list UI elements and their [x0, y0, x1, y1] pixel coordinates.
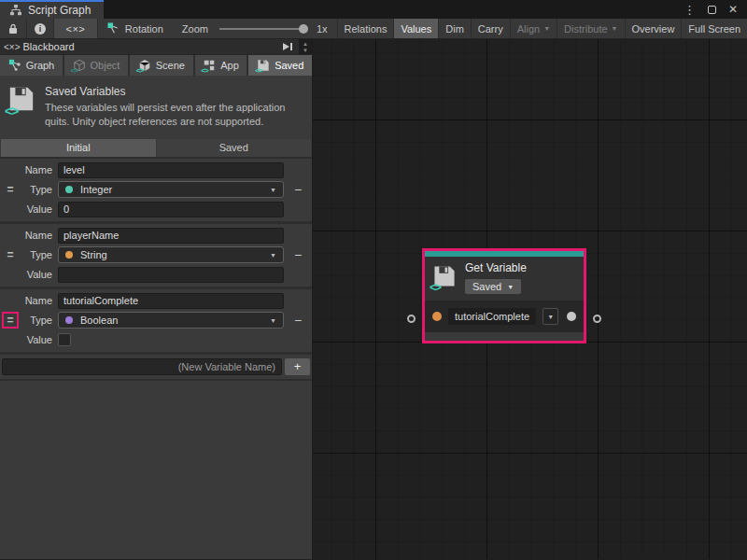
graph-icon	[8, 59, 21, 72]
chevron-down-icon: ▼	[270, 252, 276, 259]
graph-hierarchy-icon	[9, 4, 22, 17]
node-header[interactable]: <> Get Variable Saved ▼	[425, 257, 584, 301]
carry-button[interactable]: Carry	[471, 19, 510, 38]
value-output-port[interactable]	[567, 312, 576, 321]
graph-toolbar: i <×> Rotation Zoom 1x Relations Values …	[0, 19, 747, 39]
zoom-value: 1x	[317, 23, 328, 35]
chevron-down-icon: ▼	[547, 314, 554, 320]
type-color-dot	[65, 251, 73, 259]
rotation-label: Rotation	[125, 23, 163, 35]
tab-scene[interactable]: <> Scene	[130, 55, 193, 76]
close-icon[interactable]: ✕	[728, 4, 738, 15]
variable-input-port[interactable]	[432, 312, 442, 321]
remove-variable-button[interactable]: −	[284, 182, 312, 197]
variable-row-playername: Name = Type String ▼ − Value	[0, 224, 312, 289]
info-title: Saved Variables	[45, 85, 303, 98]
variable-type-dropdown[interactable]: String ▼	[58, 246, 284, 263]
chevron-down-icon: ▼	[270, 317, 276, 324]
remove-variable-button[interactable]: −	[284, 247, 312, 262]
window-tab-bar: Script Graph ⋮ ✕	[0, 0, 747, 19]
tab-app[interactable]: <> App	[195, 55, 247, 76]
fullscreen-button[interactable]: Full Screen	[681, 19, 747, 38]
drag-handle-icon[interactable]: =	[7, 314, 13, 327]
node-footer	[425, 332, 584, 341]
lock-button[interactable]	[0, 19, 27, 38]
variable-row-level: Name = Type Integer ▼ − Value	[0, 159, 312, 224]
new-variable-input[interactable]	[2, 358, 282, 375]
app-blocks-icon: <>	[203, 59, 216, 72]
initial-saved-tabs: Initial Saved	[0, 139, 312, 157]
new-variable-row: +	[0, 355, 312, 381]
scroll-up-icon[interactable]: ▲	[303, 41, 308, 47]
variable-scope-tabs: Graph <> Object <> Scene <>	[0, 55, 312, 76]
variable-name-input[interactable]	[58, 293, 284, 309]
variable-picker-button[interactable]: ▼	[543, 308, 558, 325]
drag-handle-icon[interactable]: =	[7, 249, 13, 260]
boolean-value-checkbox[interactable]	[58, 333, 71, 346]
tab-object[interactable]: <> Object	[64, 55, 128, 76]
external-input-port[interactable]	[407, 315, 416, 323]
code-view-toggle[interactable]: <×>	[54, 19, 98, 38]
inspect-button[interactable]: i	[27, 19, 54, 38]
chevron-down-icon: ▼	[270, 187, 276, 193]
align-button[interactable]: Align ▼	[510, 19, 557, 38]
variable-type-dropdown[interactable]: Integer ▼	[58, 181, 284, 198]
relations-button[interactable]: Relations	[337, 19, 394, 38]
blackboard-empty-area	[0, 381, 312, 559]
saved-variables-icon: <>	[7, 85, 35, 113]
blackboard-title: Blackboard	[23, 41, 75, 52]
tab-script-graph[interactable]: Script Graph	[0, 0, 104, 19]
code-icon: <×>	[4, 42, 21, 52]
drag-handle-icon[interactable]: =	[7, 184, 13, 195]
overview-button[interactable]: Overview	[625, 19, 682, 38]
zoom-control: Zoom 1x	[173, 19, 337, 38]
maximize-icon[interactable]	[708, 6, 716, 14]
external-output-port[interactable]	[593, 315, 601, 323]
object-cube-icon: <>	[73, 59, 86, 72]
node-port-row: tutorialComplete ▼	[425, 301, 584, 332]
info-description: These variables will persist even after …	[45, 101, 303, 129]
saved-variable-icon: <>	[432, 264, 457, 288]
rotation-icon	[107, 22, 120, 35]
window-controls: ⋮ ✕	[684, 0, 747, 19]
variable-name-input[interactable]	[58, 162, 284, 178]
get-variable-node[interactable]: <> Get Variable Saved ▼ tutorialComplete…	[422, 248, 586, 343]
variable-name-field[interactable]: tutorialComplete	[448, 308, 536, 325]
more-menu-icon[interactable]: ⋮	[684, 4, 696, 16]
variable-value-input[interactable]	[58, 267, 284, 283]
variable-value-input[interactable]	[58, 202, 284, 217]
blackboard-panel: <×> Blackboard ▲ ▼ Graph <>	[0, 39, 313, 559]
remove-variable-button[interactable]: −	[284, 313, 312, 328]
type-color-dot	[65, 316, 73, 324]
panel-scroll-arrows[interactable]: ▲ ▼	[299, 39, 312, 54]
saved-floppy-icon: <>	[257, 59, 270, 72]
variable-kind-dropdown[interactable]: Saved ▼	[465, 279, 521, 294]
zoom-label: Zoom	[182, 23, 208, 35]
subtab-initial[interactable]: Initial	[1, 139, 156, 157]
subtab-saved[interactable]: Saved	[157, 139, 312, 157]
distribute-button[interactable]: Distribute ▼	[557, 19, 624, 38]
saved-variables-info: <> Saved Variables These variables will …	[0, 76, 312, 136]
add-variable-button[interactable]: +	[285, 358, 310, 375]
rotation-control[interactable]: Rotation	[98, 19, 173, 38]
toolbar-right-group: Relations Values Dim Carry Align ▼ Distr…	[337, 19, 747, 38]
chevron-down-icon: ▼	[543, 25, 550, 32]
tab-saved[interactable]: <> Saved	[248, 55, 312, 76]
zoom-slider-handle[interactable]	[299, 24, 308, 34]
variable-list: Name = Type Integer ▼ − Value	[0, 157, 312, 381]
scene-icon: <>	[138, 59, 151, 72]
graph-canvas[interactable]: <> Get Variable Saved ▼ tutorialComplete…	[313, 39, 747, 559]
variable-name-input[interactable]	[58, 228, 284, 244]
dock-panel-button[interactable]	[279, 42, 296, 51]
annotation-highlight-box: =	[2, 312, 18, 329]
dim-button[interactable]: Dim	[438, 19, 471, 38]
values-button[interactable]: Values	[393, 19, 438, 38]
zoom-slider[interactable]	[219, 28, 305, 30]
chevron-down-icon: ▼	[612, 25, 618, 32]
variable-row-tutorialcomplete: Name = Type Boolean ▼ −	[0, 289, 312, 355]
variable-type-dropdown[interactable]: Boolean ▼	[58, 312, 284, 329]
tab-graph[interactable]: Graph	[0, 55, 63, 76]
scroll-down-icon[interactable]: ▼	[303, 48, 308, 53]
lock-icon	[7, 23, 19, 35]
info-icon: i	[35, 23, 46, 35]
